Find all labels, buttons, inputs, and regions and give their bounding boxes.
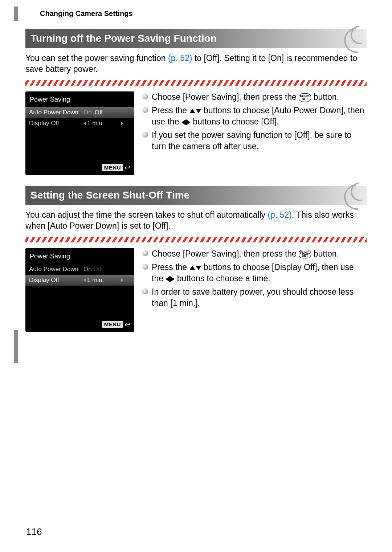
instruction-item: Choose [Power Saving], then press the FU… [142, 91, 367, 103]
lcd-label: Auto Power Down [29, 109, 83, 116]
page-reference-link[interactable]: (p. 52) [168, 53, 192, 63]
left-arrow-icon [83, 122, 86, 125]
lcd-title: Power Saving [25, 94, 134, 107]
page-tab-top [14, 7, 18, 21]
instruction-text: Choose [Power Saving], then press the FU… [152, 248, 339, 259]
instruction-item: Press the buttons to choose [Display Off… [142, 262, 367, 284]
up-down-buttons-icon [189, 266, 201, 270]
left-right-buttons-icon [181, 119, 191, 125]
decorative-swirl-icon [343, 183, 368, 208]
right-arrow-icon [121, 122, 123, 125]
lcd-row-auto-power-down: Auto Power Down On Off [25, 107, 134, 118]
lcd-label: Display Off [29, 120, 83, 127]
text: Choose [Power Saving], then press the [152, 92, 299, 102]
bullet-icon [142, 264, 148, 270]
instruction-item: Choose [Power Saving], then press the FU… [142, 248, 367, 259]
page-content: Turning off the Power Saving Function Yo… [25, 29, 367, 343]
text: You can adjust the time the screen takes… [25, 210, 268, 220]
bullet-icon [142, 107, 148, 113]
section-header-screen-shutoff: Setting the Screen Shut-Off Time [25, 186, 367, 205]
text: Press the [152, 106, 189, 115]
decorative-swirl-icon [343, 26, 368, 52]
right-arrow-icon [121, 278, 123, 282]
lcd-option-off: Off [93, 266, 101, 273]
text: Press the [152, 262, 189, 272]
page-reference-link[interactable]: (p. 52) [268, 210, 291, 220]
lcd-value: 1 min. [87, 120, 104, 127]
text: buttons to choose [Off]. [193, 117, 279, 126]
lcd-row-auto-power-down: Auto Power Down On Off [25, 264, 134, 275]
lcd-option-on: On [83, 109, 92, 116]
lcd-title: Power Saving [25, 250, 134, 264]
divider-hatch [25, 237, 367, 242]
lcd-option-on: On [83, 266, 92, 273]
bullet-icon [142, 132, 148, 138]
bullet-icon [142, 289, 148, 294]
lcd-row-display-off: Display Off 1 min. [25, 275, 134, 286]
divider-hatch [25, 80, 367, 86]
bullet-icon [142, 250, 148, 256]
instruction-item: If you set the power saving function to … [142, 130, 367, 152]
text: Choose [Power Saving], then press the [152, 249, 299, 258]
instruction-text: If you set the power saving function to … [152, 130, 367, 152]
lcd-label: Auto Power Down [29, 266, 83, 273]
lcd-menu-indicator: MENU ↩ [102, 163, 131, 172]
menu-label: MENU [102, 321, 123, 328]
lcd-row-display-off: Display Off 1 min. [25, 118, 134, 129]
instruction-text: Press the buttons to choose [Display Off… [152, 262, 367, 284]
text: You can set the power saving function [25, 53, 168, 63]
instruction-text: In order to save battery power, you shou… [152, 286, 367, 309]
section2-body: Power Saving Auto Power Down On Off Disp… [25, 248, 367, 332]
section2-intro: You can adjust the time the screen takes… [25, 210, 367, 232]
text: button. [314, 92, 339, 102]
instruction-item: Press the buttons to choose [Auto Power … [142, 105, 367, 127]
menu-label: MENU [102, 164, 123, 171]
camera-lcd-screenshot-1: Power Saving Auto Power Down On Off Disp… [25, 91, 134, 175]
func-set-button-icon: FUNC.SET [299, 250, 311, 258]
bullet-icon [142, 94, 148, 99]
back-arrow-icon: ↩ [124, 320, 131, 329]
breadcrumb: Changing Camera Settings [40, 9, 133, 18]
text: buttons to choose a time. [177, 274, 270, 283]
instruction-text: Press the buttons to choose [Auto Power … [152, 105, 367, 127]
section2-instructions: Choose [Power Saving], then press the FU… [142, 248, 367, 332]
section1-body: Power Saving Auto Power Down On Off Disp… [25, 91, 367, 175]
lcd-value: 1 min. [87, 277, 104, 284]
left-arrow-icon [83, 278, 86, 282]
lcd-menu-indicator: MENU ↩ [102, 320, 131, 329]
lcd-option-off-selected: Off [93, 109, 104, 116]
section-header-power-saving: Turning off the Power Saving Function [25, 29, 367, 48]
up-down-buttons-icon [189, 109, 201, 113]
instruction-text: Choose [Power Saving], then press the FU… [152, 91, 339, 103]
instruction-item: In order to save battery power, you shou… [142, 286, 367, 309]
text: button. [314, 249, 339, 258]
section-title: Setting the Screen Shut-Off Time [30, 189, 189, 201]
page-tab-side [14, 330, 18, 363]
func-set-button-icon: FUNC.SET [299, 93, 311, 102]
lcd-label: Display Off [29, 277, 83, 284]
section-title: Turning off the Power Saving Function [30, 33, 217, 44]
section1-intro: You can set the power saving function (p… [25, 53, 367, 75]
section1-instructions: Choose [Power Saving], then press the FU… [142, 91, 367, 175]
back-arrow-icon: ↩ [124, 163, 131, 172]
camera-lcd-screenshot-2: Power Saving Auto Power Down On Off Disp… [25, 248, 134, 332]
left-right-buttons-icon [166, 276, 175, 282]
page-number: 116 [26, 526, 42, 537]
